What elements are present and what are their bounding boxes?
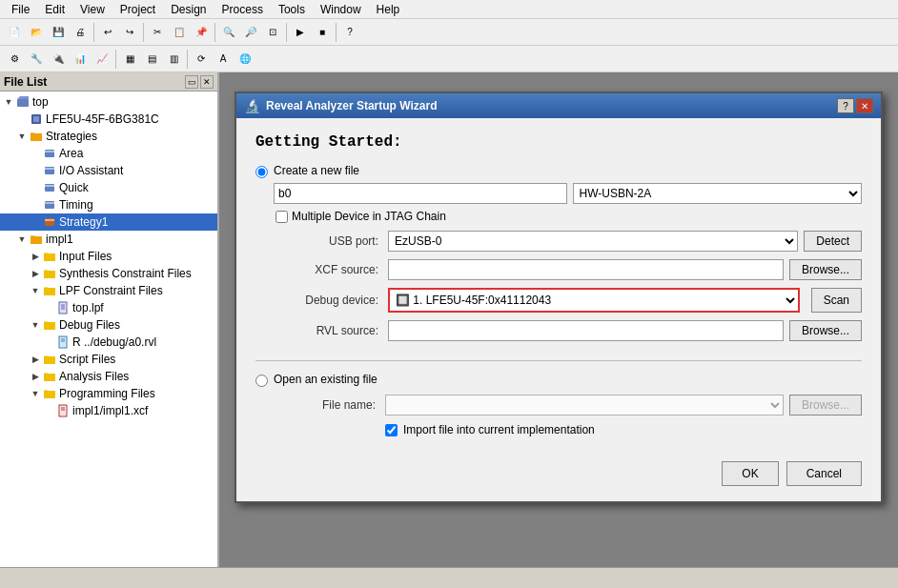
tb-open[interactable]: 📂: [26, 22, 47, 43]
tree-node-lpfconstraint[interactable]: ▼ LPF Constraint Files: [0, 282, 217, 299]
tree-node-programmingfiles[interactable]: ▼ Programming Files: [0, 385, 217, 402]
tree-node-debuga0rvl[interactable]: R ../debug/a0.rvl: [0, 334, 217, 351]
dialog-footer: OK Cancel: [236, 452, 881, 501]
menu-tools[interactable]: Tools: [271, 1, 313, 18]
tree-node-debugfiles[interactable]: ▼ Debug Files: [0, 316, 217, 334]
scan-button[interactable]: Scan: [811, 288, 862, 313]
new-file-input[interactable]: [274, 183, 567, 204]
tb2-4[interactable]: 📊: [70, 49, 91, 70]
hw-select[interactable]: HW-USBN-2A: [573, 183, 863, 204]
import-checkbox[interactable]: [385, 424, 398, 436]
tb2-7[interactable]: ▤: [141, 49, 162, 70]
tb-copy[interactable]: 📋: [169, 22, 190, 43]
tb-zoom-out[interactable]: 🔎: [240, 22, 261, 43]
detect-button[interactable]: Detect: [804, 231, 862, 252]
svg-rect-8: [45, 184, 54, 192]
tree-node-analysisfiles[interactable]: ▶ Analysis Files: [0, 368, 217, 385]
tb-help[interactable]: ?: [339, 22, 360, 43]
tb2-3[interactable]: 🔌: [48, 49, 69, 70]
rvl-browse-button[interactable]: Browse...: [789, 320, 862, 341]
tb-stop[interactable]: ■: [312, 22, 333, 43]
tb2-9[interactable]: ⟳: [191, 49, 212, 70]
radio-create-new[interactable]: [255, 166, 268, 178]
tb-paste[interactable]: 📌: [191, 22, 212, 43]
tb2-5[interactable]: 📈: [92, 49, 112, 70]
tb-zoom-in[interactable]: 🔍: [218, 22, 239, 43]
menu-bar: File Edit View Project Design Process To…: [0, 0, 898, 19]
tb2-6[interactable]: ▦: [119, 49, 140, 70]
tb-save[interactable]: 💾: [48, 22, 69, 43]
xcf-source-label: XCF source:: [274, 263, 388, 276]
tree-node-ioassist[interactable]: I/O Assistant: [0, 162, 217, 179]
tb-cut[interactable]: ✂: [147, 22, 168, 43]
tb-fit[interactable]: ⊡: [262, 22, 283, 43]
usb-port-select[interactable]: EzUSB-0: [388, 231, 798, 252]
icon-impl1: [29, 232, 44, 247]
icon-analysisfiles: [42, 369, 57, 384]
menu-process[interactable]: Process: [214, 1, 271, 18]
tb2-2[interactable]: 🔧: [26, 49, 47, 70]
radio-open-existing[interactable]: [255, 375, 268, 387]
tree-node-lfe5u[interactable]: LFE5U-45F-6BG381C: [0, 111, 217, 128]
tb2-11[interactable]: 🌐: [235, 49, 255, 70]
tb-print[interactable]: 🖨: [70, 22, 91, 43]
ok-button[interactable]: OK: [722, 461, 778, 486]
tree-node-inputfiles[interactable]: ▶ Input Files: [0, 248, 217, 265]
tree-node-strategies[interactable]: ▼ Strategies: [0, 128, 217, 145]
menu-window[interactable]: Window: [313, 1, 369, 18]
tb2-8[interactable]: ▥: [163, 49, 184, 70]
menu-view[interactable]: View: [72, 1, 112, 18]
toggle-strategies: ▼: [15, 130, 29, 143]
status-bar: [0, 567, 898, 588]
file-name-select[interactable]: [385, 395, 784, 416]
label-synthconstraint: Synthesis Constraint Files: [59, 267, 192, 280]
panel-close-btn[interactable]: ✕: [200, 75, 214, 89]
radio-new-content: Create a new file HW-USBN-2A: [274, 164, 862, 349]
tree-node-area[interactable]: Area: [0, 145, 217, 162]
debug-device-select[interactable]: 🔲 1. LFE5U-45F:0x41112043: [390, 290, 798, 311]
dialog-body: Getting Started: Create a new file HW-US…: [236, 118, 881, 452]
tb-run[interactable]: ▶: [290, 22, 311, 43]
xcf-browse-button[interactable]: Browse...: [789, 259, 862, 280]
tb-redo[interactable]: ↪: [119, 22, 140, 43]
menu-design[interactable]: Design: [163, 1, 214, 18]
tb2-10[interactable]: A: [213, 49, 234, 70]
tb-undo[interactable]: ↩: [97, 22, 118, 43]
tree-node-toplpf[interactable]: top.lpf: [0, 299, 217, 316]
dialog-help-btn[interactable]: ?: [837, 98, 854, 113]
menu-edit[interactable]: Edit: [37, 1, 72, 18]
tree-node-timing[interactable]: Timing: [0, 196, 217, 213]
tree-area: ▼ top LFE5U-45F-6BG381C ▼ St: [0, 91, 217, 567]
tree-node-quick[interactable]: Quick: [0, 179, 217, 196]
panel-restore-btn[interactable]: ▭: [185, 75, 198, 89]
tree-node-impl1[interactable]: ▼ impl1: [0, 231, 217, 248]
icon-toplpf: [55, 300, 71, 315]
tree-node-scriptfiles[interactable]: ▶ Script Files: [0, 351, 217, 368]
rvl-source-row: RVL source: Browse...: [274, 320, 862, 341]
tree-node-synthconstraint[interactable]: ▶ Synthesis Constraint Files: [0, 265, 217, 282]
sep3: [214, 23, 215, 42]
rvl-source-input[interactable]: [388, 320, 784, 341]
file-browse-button[interactable]: Browse...: [789, 395, 862, 416]
tree-node-top[interactable]: ▼ top: [0, 93, 217, 111]
debug-device-row: Debug device: 🔲 1. LFE5U-45F:0x41112043 …: [274, 288, 862, 313]
sep5: [336, 23, 337, 42]
tb-new[interactable]: 📄: [4, 22, 25, 43]
cancel-button[interactable]: Cancel: [786, 461, 862, 486]
panel-controls: ▭ ✕: [185, 75, 214, 89]
menu-project[interactable]: Project: [112, 1, 163, 18]
dialog-close-btn[interactable]: ✕: [856, 98, 873, 113]
import-checkbox-label: Import file into current implementation: [403, 423, 595, 436]
tb2-1[interactable]: ⚙: [4, 49, 25, 70]
icon-top: [15, 94, 31, 110]
toggle-scriptfiles: ▶: [29, 353, 42, 366]
divider: [255, 360, 862, 361]
multiple-device-checkbox[interactable]: [276, 211, 288, 223]
menu-file[interactable]: File: [4, 1, 37, 18]
multiple-device-label[interactable]: Multiple Device in JTAG Chain: [276, 210, 862, 223]
dialog-title-btns: ? ✕: [837, 98, 873, 113]
tree-node-impl1xcf[interactable]: impl1/impl1.xcf: [0, 402, 217, 419]
xcf-source-input[interactable]: [388, 259, 784, 280]
menu-help[interactable]: Help: [369, 1, 408, 18]
tree-node-strategy1[interactable]: Strategy1: [0, 213, 217, 231]
